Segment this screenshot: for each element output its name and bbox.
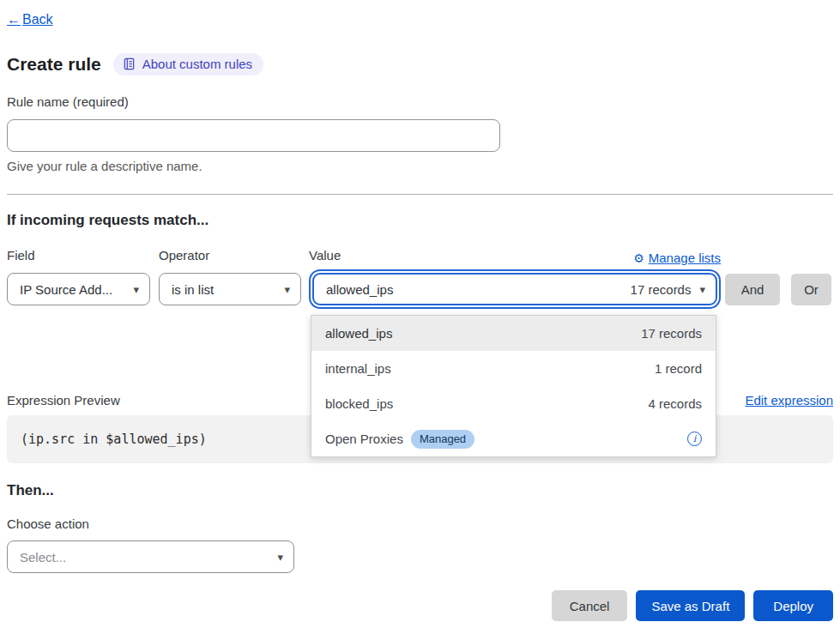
deploy-button[interactable]: Deploy bbox=[753, 590, 833, 621]
dropdown-item-blocked-ips[interactable]: blocked_ips 4 records bbox=[311, 386, 716, 421]
list-record-count: 1 record bbox=[655, 361, 702, 376]
manage-lists-link[interactable]: ⚙ Manage lists bbox=[633, 251, 721, 265]
match-labels-row: Field Operator Value ⚙ Manage lists bbox=[7, 248, 833, 265]
dropdown-item-allowed-ips[interactable]: allowed_ips 17 records bbox=[311, 316, 716, 351]
create-rule-page: ←Back Create rule About custom rules Rul… bbox=[0, 0, 840, 634]
expression-code: (ip.src in $allowed_ips) bbox=[21, 432, 207, 447]
list-name: internal_ips bbox=[325, 361, 391, 376]
dropdown-item-internal-ips[interactable]: internal_ips 1 record bbox=[311, 351, 716, 386]
value-select[interactable]: allowed_ips 17 records ▾ bbox=[312, 273, 717, 305]
chevron-down-icon: ▾ bbox=[277, 551, 283, 564]
book-icon bbox=[123, 57, 136, 70]
chevron-down-icon: ▾ bbox=[699, 283, 705, 296]
list-name: Open Proxies bbox=[325, 432, 403, 446]
value-label: Value bbox=[309, 248, 341, 265]
field-label: Field bbox=[7, 248, 150, 265]
save-as-draft-button[interactable]: Save as Draft bbox=[636, 590, 745, 621]
list-name: blocked_ips bbox=[325, 396, 393, 411]
about-custom-rules-link[interactable]: About custom rules bbox=[113, 53, 263, 75]
field-select-value: IP Source Add... bbox=[20, 282, 112, 297]
rule-name-helper-text: Give your rule a descriptive name. bbox=[7, 159, 833, 176]
about-custom-rules-label: About custom rules bbox=[142, 57, 252, 71]
section-divider bbox=[7, 194, 833, 195]
then-section-heading: Then... bbox=[7, 482, 833, 501]
expression-preview-label: Expression Preview bbox=[7, 393, 120, 408]
back-arrow-icon: ← bbox=[7, 12, 21, 27]
edit-expression-link[interactable]: Edit expression bbox=[745, 393, 833, 408]
value-select-meta: 17 records bbox=[631, 282, 692, 297]
cancel-button[interactable]: Cancel bbox=[552, 590, 628, 621]
manage-lists-label: Manage lists bbox=[649, 251, 721, 265]
operator-label: Operator bbox=[159, 248, 301, 265]
field-select[interactable]: IP Source Add... ▾ bbox=[7, 273, 150, 305]
value-select-wrapper: allowed_ips 17 records ▾ allowed_ips 17 … bbox=[309, 273, 721, 305]
choose-action-label: Choose action bbox=[7, 516, 833, 534]
back-link-label: Back bbox=[22, 12, 53, 27]
value-dropdown-panel: allowed_ips 17 records internal_ips 1 re… bbox=[311, 315, 716, 457]
page-header: Create rule About custom rules bbox=[7, 51, 833, 77]
operator-select-value: is in list bbox=[172, 282, 214, 297]
dropdown-item-open-proxies[interactable]: Open Proxies Managed i bbox=[311, 421, 716, 456]
action-select[interactable]: Select... ▾ bbox=[7, 540, 294, 573]
footer-actions: Cancel Save as Draft Deploy bbox=[7, 590, 833, 621]
match-condition-row: IP Source Add... ▾ is in list ▾ allowed_… bbox=[7, 271, 833, 307]
match-section-heading: If incoming requests match... bbox=[7, 212, 833, 231]
action-select-placeholder: Select... bbox=[20, 550, 66, 565]
managed-badge: Managed bbox=[411, 430, 474, 449]
value-select-name: allowed_ips bbox=[326, 282, 631, 297]
chevron-down-icon: ▾ bbox=[133, 283, 139, 296]
rule-name-input[interactable] bbox=[7, 119, 500, 152]
rule-name-label: Rule name (required) bbox=[7, 94, 833, 112]
chevron-down-icon: ▾ bbox=[284, 283, 290, 296]
back-link[interactable]: ←Back bbox=[7, 12, 53, 27]
list-record-count: 4 records bbox=[648, 396, 702, 411]
or-button[interactable]: Or bbox=[791, 274, 831, 305]
operator-select[interactable]: is in list ▾ bbox=[159, 273, 301, 305]
page-title: Create rule bbox=[7, 54, 101, 75]
info-icon[interactable]: i bbox=[687, 432, 702, 446]
gear-icon: ⚙ bbox=[633, 252, 644, 264]
list-name: allowed_ips bbox=[325, 326, 392, 341]
list-record-count: 17 records bbox=[641, 326, 702, 341]
and-button[interactable]: And bbox=[725, 274, 780, 305]
